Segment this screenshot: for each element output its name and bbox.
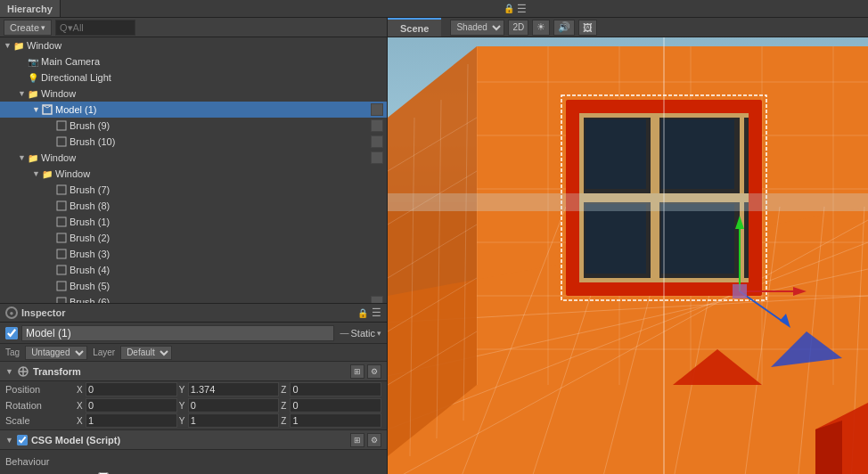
thumb-icon bbox=[371, 135, 383, 148]
rot-x-input[interactable] bbox=[86, 398, 177, 413]
menu-icon[interactable]: ☰ bbox=[372, 306, 381, 319]
tree-item-brush-6[interactable]: Brush (6) bbox=[0, 294, 387, 303]
object-header-row: — Static ▾ bbox=[0, 323, 387, 344]
tree-item-directional-light[interactable]: 💡 Directional Light bbox=[0, 69, 387, 86]
sound-button[interactable]: 🔊 bbox=[553, 20, 575, 36]
pos-y-input[interactable] bbox=[188, 382, 280, 396]
position-label: Position bbox=[5, 384, 77, 395]
image-button[interactable]: 🖼 bbox=[578, 20, 597, 36]
arrow-icon: ▼ bbox=[18, 153, 27, 162]
object-name-field[interactable] bbox=[21, 325, 334, 341]
rot-y-field: Y bbox=[179, 398, 280, 413]
pos-x-input[interactable] bbox=[86, 382, 177, 396]
tree-item-brush-10[interactable]: Brush (10) bbox=[0, 134, 387, 150]
csg-body: Behaviour Inverted world bbox=[0, 450, 387, 474]
tree-item-label: Brush (9) bbox=[70, 120, 371, 131]
lock-icon[interactable]: 🔒 bbox=[357, 308, 368, 318]
tree-item-label: Brush (8) bbox=[70, 200, 110, 211]
scale-y-input[interactable] bbox=[188, 413, 280, 428]
scene-toolbar: Shaded 2D ☀ 🔊 🖼 bbox=[445, 20, 602, 36]
tree-item-label: Directional Light bbox=[41, 72, 111, 83]
sun-button[interactable]: ☀ bbox=[532, 20, 550, 36]
tree-item-window-2a[interactable]: ▼ 📁 Window bbox=[0, 166, 387, 182]
tree-item-window-1[interactable]: ▼ 📁 Window bbox=[0, 86, 387, 102]
z-label: Z bbox=[281, 401, 289, 411]
transform-header[interactable]: ▼ Transform ⊞ ⚙ bbox=[0, 362, 387, 381]
object-active-checkbox[interactable] bbox=[5, 327, 18, 339]
tree-item-brush-2[interactable]: Brush (2) bbox=[0, 230, 387, 246]
csg-enabled-checkbox[interactable] bbox=[17, 435, 28, 445]
brush-icon bbox=[55, 184, 68, 196]
tree-item-brush-9[interactable]: Brush (9) bbox=[0, 118, 387, 134]
tree-item-brush-5[interactable]: Brush (5) bbox=[0, 278, 387, 294]
svg-rect-8 bbox=[57, 233, 66, 242]
scale-z-field: Z bbox=[281, 413, 381, 428]
tree-item-brush-1[interactable]: Brush (1) bbox=[0, 214, 387, 230]
pos-z-field: Z bbox=[281, 382, 381, 396]
csg-tool-1[interactable]: ⊞ bbox=[350, 433, 364, 447]
tree-item-label: Brush (6) bbox=[70, 297, 371, 303]
folder-icon: 📁 bbox=[12, 39, 25, 52]
create-button[interactable]: Create ▾ bbox=[4, 20, 52, 36]
transform-collapse-arrow: ▼ bbox=[5, 367, 13, 376]
light-icon: 💡 bbox=[27, 71, 39, 84]
scene-tab[interactable]: Scene bbox=[388, 18, 441, 37]
tag-dropdown[interactable]: Untagged bbox=[25, 346, 87, 360]
scale-z-input[interactable] bbox=[290, 413, 381, 428]
csg-header[interactable]: ▼ CSG Model (Script) ⊞ ⚙ bbox=[0, 430, 387, 450]
inspector-body: — Static ▾ Tag Untagged Layer Defa bbox=[0, 323, 387, 474]
csg-tool-2[interactable]: ⚙ bbox=[367, 433, 381, 447]
scene-header: Scene Shaded 2D ☀ 🔊 🖼 bbox=[388, 18, 868, 37]
transform-tool-2[interactable]: ⚙ bbox=[367, 364, 381, 379]
tree-item-brush-3[interactable]: Brush (3) bbox=[0, 246, 387, 262]
tree-item-brush-7[interactable]: Brush (7) bbox=[0, 182, 387, 198]
hierarchy-tree: ▼ 📁 Window 📷 Main Camera 💡 Directional L… bbox=[0, 37, 387, 303]
camera-icon: 📷 bbox=[27, 55, 39, 68]
pos-z-input[interactable] bbox=[290, 382, 381, 396]
brush-icon bbox=[55, 119, 68, 132]
scale-label: Scale bbox=[5, 415, 77, 426]
tag-layer-row: Tag Untagged Layer Default bbox=[0, 344, 387, 362]
brush-icon bbox=[55, 216, 68, 228]
tree-item-label: Brush (4) bbox=[70, 265, 110, 275]
scale-x-input[interactable] bbox=[86, 413, 177, 428]
arrow-icon: ▼ bbox=[32, 105, 41, 114]
tree-item-brush-4[interactable]: Brush (4) bbox=[0, 262, 387, 278]
folder-icon: 📁 bbox=[27, 151, 39, 164]
inverted-world-row: Inverted world bbox=[5, 470, 381, 474]
scene-svg bbox=[388, 37, 868, 474]
rot-z-input[interactable] bbox=[290, 398, 381, 413]
scale-x-field: X bbox=[77, 413, 177, 428]
tree-item-main-camera[interactable]: 📷 Main Camera bbox=[0, 53, 387, 69]
menu-icon[interactable]: ☰ bbox=[517, 3, 527, 15]
top-bar: Hierarchy 🔒 ☰ bbox=[0, 0, 868, 18]
position-row: Position X Y bbox=[0, 381, 387, 397]
hierarchy-title: Hierarchy bbox=[7, 4, 53, 14]
2d-button[interactable]: 2D bbox=[508, 20, 528, 36]
layer-dropdown[interactable]: Default bbox=[120, 346, 172, 360]
scene-view[interactable] bbox=[388, 37, 868, 474]
transform-tool-1[interactable]: ⊞ bbox=[350, 364, 364, 379]
svg-rect-61 bbox=[661, 119, 734, 189]
hierarchy-header-right: 🔒 ☰ bbox=[500, 3, 868, 15]
shading-dropdown[interactable]: Shaded bbox=[450, 20, 504, 36]
rot-y-input[interactable] bbox=[188, 398, 280, 413]
csg-collapse-arrow: ▼ bbox=[5, 436, 13, 445]
tree-item-brush-8[interactable]: Brush (8) bbox=[0, 198, 387, 214]
thumb-icon bbox=[371, 119, 383, 132]
tree-item-window-root[interactable]: ▼ 📁 Window bbox=[0, 37, 387, 53]
static-label: Static bbox=[350, 328, 375, 339]
main-layout: Create ▾ ▼ 📁 Window 📷 Main Camera bbox=[0, 18, 868, 474]
tree-item-label: Brush (10) bbox=[70, 136, 371, 147]
tree-item-model-1[interactable]: ▼ Model (1) bbox=[0, 102, 387, 118]
y-label: Y bbox=[179, 416, 187, 426]
hierarchy-search-input[interactable] bbox=[55, 20, 135, 36]
folder-icon: 📁 bbox=[41, 168, 53, 180]
tree-item-label: Model (1) bbox=[55, 104, 371, 115]
static-dropdown-arrow[interactable]: ▾ bbox=[377, 329, 381, 338]
svg-rect-9 bbox=[57, 249, 66, 258]
create-arrow: ▾ bbox=[41, 23, 45, 32]
tree-item-window-2[interactable]: ▼ 📁 Window bbox=[0, 150, 387, 166]
z-label: Z bbox=[281, 416, 289, 426]
hierarchy-tab-header: Hierarchy bbox=[0, 0, 61, 17]
